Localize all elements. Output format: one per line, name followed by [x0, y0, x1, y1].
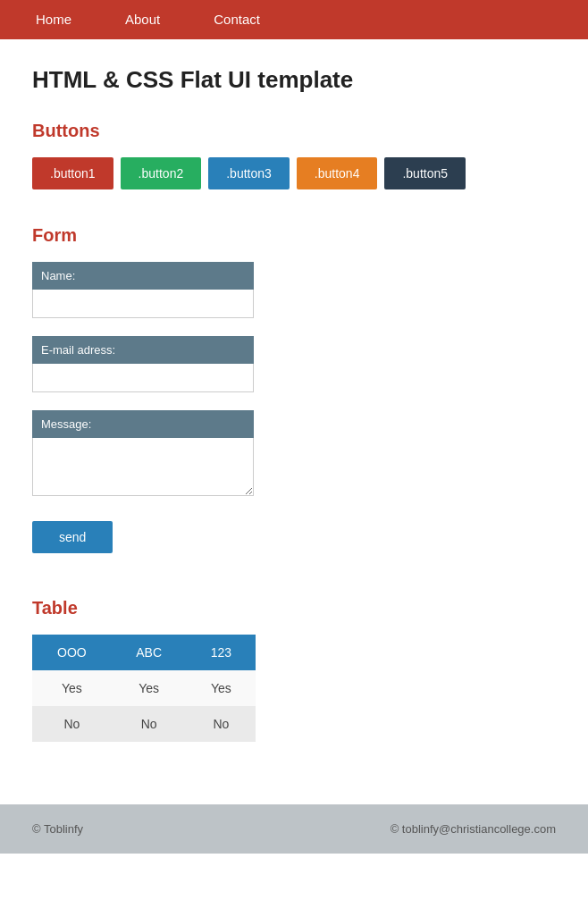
name-label: Name: [32, 262, 254, 290]
form-title: Form [32, 225, 556, 246]
table-header-row: OOO ABC 123 [32, 635, 256, 670]
table-section: Table OOO ABC 123 Yes Yes Yes No No No [32, 598, 556, 742]
cell-0-2: Yes [187, 670, 256, 706]
buttons-section: Buttons .button1 .button2 .button3 .butt… [32, 121, 556, 189]
col-header-1: ABC [112, 635, 187, 670]
table-row: No No No [32, 706, 256, 742]
nav-contact[interactable]: Contact [187, 0, 287, 39]
footer-right[interactable]: © toblinfy@christiancollege.com [391, 822, 556, 836]
nav: Home About Contact [0, 0, 588, 39]
message-label: Message: [32, 410, 254, 438]
main-content: HTML & CSS Flat UI template Buttons .but… [0, 39, 588, 804]
data-table: OOO ABC 123 Yes Yes Yes No No No [32, 635, 256, 742]
cell-1-1: No [112, 706, 187, 742]
name-input[interactable] [32, 290, 254, 318]
nav-about[interactable]: About [98, 0, 187, 39]
button4[interactable]: .button4 [297, 157, 378, 189]
nav-home[interactable]: Home [9, 0, 98, 39]
button3[interactable]: .button3 [208, 157, 290, 189]
email-group: E-mail adress: [32, 336, 254, 392]
buttons-row: .button1 .button2 .button3 .button4 .but… [32, 157, 556, 189]
button2[interactable]: .button2 [121, 157, 202, 189]
button1[interactable]: .button1 [32, 157, 113, 189]
message-input[interactable] [32, 438, 254, 496]
name-group: Name: [32, 262, 254, 318]
footer-left: © Toblinfy [32, 822, 83, 836]
footer: © Toblinfy © toblinfy@christiancollege.c… [0, 804, 588, 854]
col-header-0: OOO [32, 635, 112, 670]
col-header-2: 123 [187, 635, 256, 670]
buttons-title: Buttons [32, 121, 556, 141]
message-group: Message: [32, 410, 254, 499]
table-row: Yes Yes Yes [32, 670, 256, 706]
email-label: E-mail adress: [32, 336, 254, 364]
table-title: Table [32, 598, 556, 618]
page-title: HTML & CSS Flat UI template [32, 66, 556, 94]
cell-0-0: Yes [32, 670, 112, 706]
form-section: Form Name: E-mail adress: Message: send [32, 225, 556, 553]
email-input[interactable] [32, 364, 254, 392]
cell-1-0: No [32, 706, 112, 742]
cell-0-1: Yes [112, 670, 187, 706]
cell-1-2: No [187, 706, 256, 742]
button5[interactable]: .button5 [384, 157, 466, 189]
send-button[interactable]: send [32, 521, 113, 553]
